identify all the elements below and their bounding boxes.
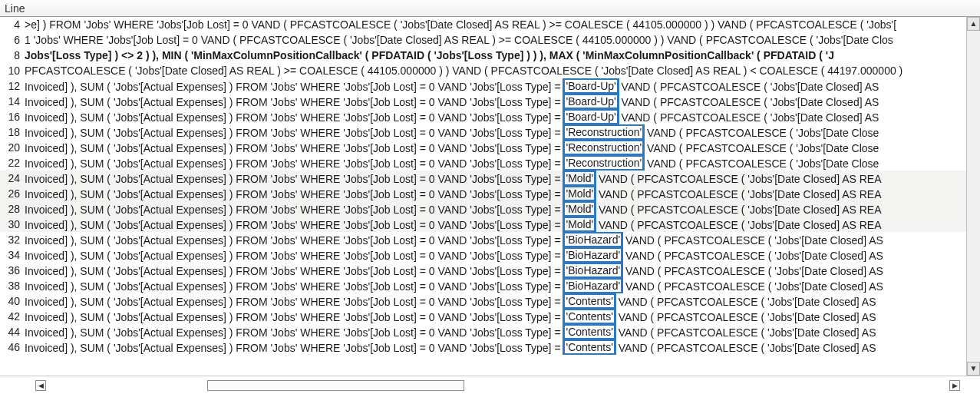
line-number: 44	[0, 324, 25, 339]
sql-left: Invoiced] ), SUM ( 'Jobs'[Actual Expense…	[25, 81, 563, 93]
column-header[interactable]: Line	[0, 0, 980, 17]
sql-text: Invoiced] ), SUM ( 'Jobs'[Actual Expense…	[25, 78, 966, 94]
search-match: 'Board-Up'	[563, 109, 619, 124]
sql-left: Invoiced] ), SUM ( 'Jobs'[Actual Expense…	[25, 311, 563, 323]
result-row[interactable]: 40Invoiced] ), SUM ( 'Jobs'[Actual Expen…	[0, 293, 966, 309]
search-match: 'Mold'	[563, 201, 596, 217]
line-number: 20	[0, 140, 25, 155]
sql-text: Invoiced] ), SUM ( 'Jobs'[Actual Expense…	[25, 109, 966, 124]
sql-left: Invoiced] ), SUM ( 'Jobs'[Actual Expense…	[25, 326, 563, 339]
sql-right: VAND ( PFCASTCOALESCE ( 'Jobs'[Date Clos…	[615, 342, 876, 354]
sql-text: PFCASTCOALESCE ( 'Jobs'[Date Closed] AS …	[25, 63, 966, 78]
line-number: 26	[0, 186, 25, 201]
vertical-scrollbar[interactable]: ▲ ▼	[966, 17, 980, 376]
line-number: 28	[0, 201, 25, 217]
scroll-up-button[interactable]: ▲	[967, 17, 980, 31]
sql-left: Invoiced] ), SUM ( 'Jobs'[Actual Expense…	[25, 250, 563, 262]
sql-text: Jobs'[Loss Type] ) <> 2 ) ), MIN ( 'MinM…	[25, 48, 966, 63]
sql-left: Invoiced] ), SUM ( 'Jobs'[Actual Expense…	[25, 157, 563, 170]
sql-text: Invoiced] ), SUM ( 'Jobs'[Actual Expense…	[25, 309, 966, 324]
search-match: 'Mold'	[563, 186, 596, 201]
line-number: 18	[0, 124, 25, 140]
sql-text: Invoiced] ), SUM ( 'Jobs'[Actual Expense…	[25, 293, 966, 309]
result-row[interactable]: 8Jobs'[Loss Type] ) <> 2 ) ), MIN ( 'Min…	[0, 48, 966, 63]
line-number: 6	[0, 32, 25, 48]
result-row[interactable]: 28Invoiced] ), SUM ( 'Jobs'[Actual Expen…	[0, 201, 966, 217]
search-match: 'Mold'	[563, 217, 596, 232]
sql-text: Invoiced] ), SUM ( 'Jobs'[Actual Expense…	[25, 94, 966, 109]
sql-right: VAND ( PFCASTCOALESCE ( 'Jobs'[Date Clos…	[596, 204, 881, 216]
sql-text: Invoiced] ), SUM ( 'Jobs'[Actual Expense…	[25, 124, 966, 140]
line-number: 14	[0, 94, 25, 109]
scroll-right-button[interactable]: ▶	[949, 380, 960, 391]
sql-right: VAND ( PFCASTCOALESCE ( 'Jobs'[Date Clos…	[644, 157, 879, 170]
sql-left: Invoiced] ), SUM ( 'Jobs'[Actual Expense…	[25, 342, 563, 354]
result-row[interactable]: 34Invoiced] ), SUM ( 'Jobs'[Actual Expen…	[0, 247, 966, 263]
scroll-left-button[interactable]: ◀	[35, 380, 46, 391]
sql-right: VAND ( PFCASTCOALESCE ( 'Jobs'[Date Clos…	[622, 280, 883, 293]
result-row[interactable]: 26Invoiced] ), SUM ( 'Jobs'[Actual Expen…	[0, 186, 966, 201]
result-row[interactable]: 10 PFCASTCOALESCE ( 'Jobs'[Date Closed] …	[0, 63, 966, 78]
result-row[interactable]: 30Invoiced] ), SUM ( 'Jobs'[Actual Expen…	[0, 217, 966, 232]
result-row[interactable]: 42Invoiced] ), SUM ( 'Jobs'[Actual Expen…	[0, 309, 966, 324]
line-number: 32	[0, 232, 25, 247]
results-grid[interactable]: 4>e] ) FROM 'Jobs' WHERE 'Jobs'[Job Lost…	[0, 17, 966, 376]
search-match: 'BioHazard'	[563, 278, 623, 293]
sql-text: Invoiced] ), SUM ( 'Jobs'[Actual Expense…	[25, 339, 966, 355]
sql-left: 1 'Jobs' WHERE 'Jobs'[Job Lost] = 0 VAND…	[25, 34, 893, 46]
sql-text: Invoiced] ), SUM ( 'Jobs'[Actual Expense…	[25, 171, 966, 186]
result-row[interactable]: 20Invoiced] ), SUM ( 'Jobs'[Actual Expen…	[0, 140, 966, 155]
search-match: 'Reconstruction'	[563, 140, 645, 155]
result-row[interactable]: 32Invoiced] ), SUM ( 'Jobs'[Actual Expen…	[0, 232, 966, 247]
sql-right: VAND ( PFCASTCOALESCE ( 'Jobs'[Date Clos…	[622, 234, 883, 247]
line-number: 38	[0, 278, 25, 293]
sql-right: VAND ( PFCASTCOALESCE ( 'Jobs'[Date Clos…	[622, 265, 883, 277]
search-match: 'Board-Up'	[563, 78, 619, 94]
result-row[interactable]: 14Invoiced] ), SUM ( 'Jobs'[Actual Expen…	[0, 94, 966, 109]
scroll-thumb[interactable]	[207, 380, 464, 391]
search-match: 'Contents'	[563, 309, 615, 324]
sql-left: Invoiced] ), SUM ( 'Jobs'[Actual Expense…	[25, 296, 563, 308]
search-match: 'BioHazard'	[563, 247, 623, 263]
search-match: 'BioHazard'	[563, 263, 623, 278]
line-number: 8	[0, 48, 25, 63]
result-row[interactable]: 12Invoiced] ), SUM ( 'Jobs'[Actual Expen…	[0, 78, 966, 94]
line-number: 12	[0, 78, 25, 94]
horizontal-scrollbar[interactable]: ◀ ▶	[0, 376, 980, 394]
result-row[interactable]: 18Invoiced] ), SUM ( 'Jobs'[Actual Expen…	[0, 124, 966, 140]
sql-left: Invoiced] ), SUM ( 'Jobs'[Actual Expense…	[25, 219, 563, 231]
sql-left: Invoiced] ), SUM ( 'Jobs'[Actual Expense…	[25, 280, 563, 293]
sql-text: Invoiced] ), SUM ( 'Jobs'[Actual Expense…	[25, 155, 966, 171]
sql-text: Invoiced] ), SUM ( 'Jobs'[Actual Expense…	[25, 232, 966, 247]
scroll-down-button[interactable]: ▼	[967, 362, 980, 376]
line-number: 46	[0, 339, 25, 355]
result-row[interactable]: 44Invoiced] ), SUM ( 'Jobs'[Actual Expen…	[0, 324, 966, 339]
result-row[interactable]: 46Invoiced] ), SUM ( 'Jobs'[Actual Expen…	[0, 339, 966, 355]
sql-right: VAND ( PFCASTCOALESCE ( 'Jobs'[Date Clos…	[619, 111, 879, 124]
result-row[interactable]: 22Invoiced] ), SUM ( 'Jobs'[Actual Expen…	[0, 155, 966, 171]
sql-right: VAND ( PFCASTCOALESCE ( 'Jobs'[Date Clos…	[615, 296, 876, 308]
search-match: 'Reconstruction'	[563, 124, 645, 140]
search-match: 'Reconstruction'	[563, 155, 645, 171]
sql-left: >e] ) FROM 'Jobs' WHERE 'Jobs'[Job Lost]…	[25, 18, 896, 31]
sql-text: Invoiced] ), SUM ( 'Jobs'[Actual Expense…	[25, 324, 966, 339]
search-match: 'Contents'	[563, 324, 615, 339]
result-row[interactable]: 36Invoiced] ), SUM ( 'Jobs'[Actual Expen…	[0, 263, 966, 278]
result-row[interactable]: 61 'Jobs' WHERE 'Jobs'[Job Lost] = 0 VAN…	[0, 32, 966, 48]
sql-left: Invoiced] ), SUM ( 'Jobs'[Actual Expense…	[25, 96, 563, 108]
result-row[interactable]: 24Invoiced] ), SUM ( 'Jobs'[Actual Expen…	[0, 171, 966, 186]
result-row[interactable]: 16Invoiced] ), SUM ( 'Jobs'[Actual Expen…	[0, 109, 966, 124]
sql-right: VAND ( PFCASTCOALESCE ( 'Jobs'[Date Clos…	[619, 81, 879, 93]
sql-right: VAND ( PFCASTCOALESCE ( 'Jobs'[Date Clos…	[596, 173, 881, 185]
result-row[interactable]: 4>e] ) FROM 'Jobs' WHERE 'Jobs'[Job Lost…	[0, 17, 966, 32]
line-number: 22	[0, 155, 25, 171]
sql-left: Jobs'[Loss Type] ) <> 2 ) ), MIN ( 'MinM…	[25, 49, 834, 61]
line-number: 36	[0, 263, 25, 278]
search-match: 'Mold'	[563, 171, 596, 186]
result-row[interactable]: 38Invoiced] ), SUM ( 'Jobs'[Actual Expen…	[0, 278, 966, 293]
sql-text: Invoiced] ), SUM ( 'Jobs'[Actual Expense…	[25, 278, 966, 293]
sql-left: PFCASTCOALESCE ( 'Jobs'[Date Closed] AS …	[25, 65, 902, 77]
sql-text: Invoiced] ), SUM ( 'Jobs'[Actual Expense…	[25, 140, 966, 155]
sql-right: VAND ( PFCASTCOALESCE ( 'Jobs'[Date Clos…	[622, 250, 883, 262]
column-header-label: Line	[5, 2, 25, 15]
